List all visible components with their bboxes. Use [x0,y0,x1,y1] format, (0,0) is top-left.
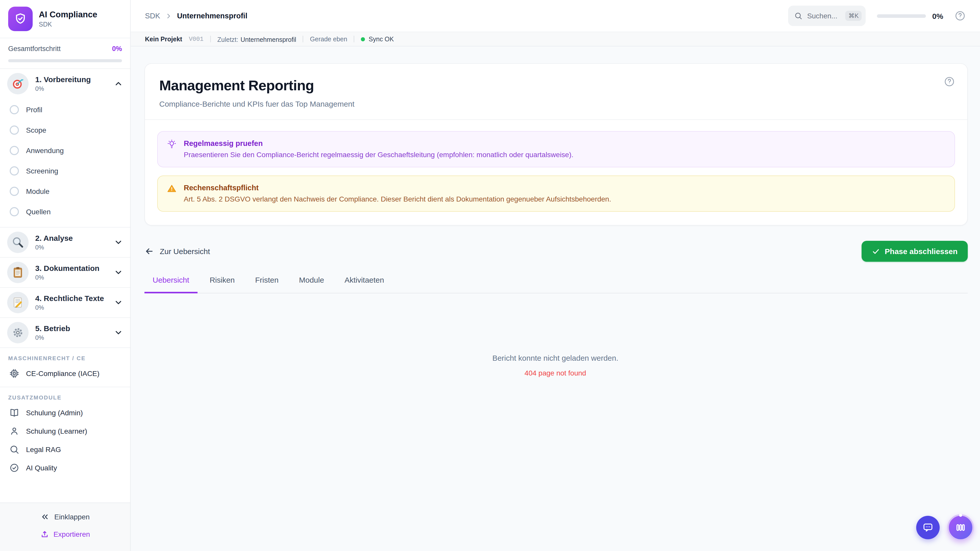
step-status-icon [10,105,19,114]
sidebar-phase-dokumentation[interactable]: 3. Dokumentation 0% [0,258,130,287]
keyboard-shortcut-badge: ⌘K [845,11,862,21]
app-header: AI Compliance SDK [0,0,130,38]
phase-label: 3. Dokumentation [35,264,107,273]
divider [210,36,211,42]
error-secondary-text: 404 page not found [130,369,980,377]
step-status-icon [10,166,19,176]
page-content: Management Reporting Compliance-Berichte… [130,46,980,551]
tab-bar: Uebersicht Risiken Fristen Module Aktivi… [145,275,968,293]
sidebar-item-ai-quality[interactable]: AI Quality [0,459,130,477]
sidebar-item-schulung-learner[interactable]: Schulung (Learner) [0,422,130,440]
phase-percent: 0% [35,85,107,92]
app-title: AI Compliance [39,10,97,20]
info-callout-body: Praesentieren Sie den Compliance-Bericht… [184,149,573,160]
help-icon[interactable] [955,10,966,21]
gear-icon [7,322,29,343]
status-bar: Kein Projekt V001 Zuletzt: Unternehmensp… [130,32,980,46]
last-edited-time: Gerade eben [310,35,347,43]
double-chevron-left-icon [41,512,50,521]
phase-label: 1. Vorbereitung [35,75,107,85]
user-icon [9,426,19,436]
app-window: AI Compliance SDK Gesamtfortschritt 0% [0,0,980,551]
sidebar-phase-rechtliche-texte[interactable]: 4. Rechtliche Texte 0% [0,288,130,318]
warning-callout: Rechenschaftspflicht Art. 5 Abs. 2 DSGVO… [157,176,955,212]
magnifier-icon [7,232,29,253]
collapse-sidebar-button[interactable]: Einklappen [41,508,90,526]
breadcrumb-sdk[interactable]: SDK [145,12,160,20]
step-status-icon [10,146,19,155]
upload-icon [40,530,49,538]
sidebar-phase-betrieb[interactable]: 5. Betrieb 0% [0,318,130,348]
search-input[interactable]: Suchen... ⌘K [788,6,866,26]
shield-check-logo-icon [8,6,33,31]
last-edited: Zuletzt: Unternehmensprofil [218,35,296,44]
back-to-overview-link[interactable]: Zur Uebersicht [145,246,210,256]
topbar-right: Suchen... ⌘K 0% [788,6,966,26]
tab-aktivitaeten[interactable]: Aktivitaeten [336,275,392,293]
floating-action-buttons [916,514,974,541]
sidebar-phase-analyse[interactable]: 2. Analyse 0% [0,227,130,257]
overall-progress-bar [8,59,122,62]
tab-risiken[interactable]: Risiken [201,275,243,293]
chevron-up-icon [114,79,123,88]
target-icon [7,73,29,94]
search-placeholder: Suchen... [807,12,841,20]
step-status-icon [10,187,19,196]
check-icon [872,247,880,256]
sync-ok-dot-icon [361,37,365,41]
tab-uebersicht[interactable]: Uebersicht [145,275,197,293]
sidebar-item-legal-rag[interactable]: Legal RAG [0,440,130,459]
warning-callout-title: Rechenschaftspflicht [184,183,611,193]
phase-label: 2. Analyse [35,233,107,243]
info-callout: Regelmaessig pruefen Praesentieren Sie d… [157,131,955,167]
phase-percent: 0% [35,244,107,251]
chip-icon [9,368,19,379]
sidebar-phase-vorbereitung[interactable]: 1. Vorbereitung 0% [0,69,130,98]
section-heading-maschinenrecht: MASCHINENRECHT / CE [0,348,130,364]
page-subtitle: Compliance-Berichte und KPIs fuer das To… [159,100,953,108]
sidebar-item-ce-compliance[interactable]: CE-Compliance (IACE) [0,364,130,383]
divider [354,36,355,42]
sidebar-item-schulung-admin[interactable]: Schulung (Admin) [0,403,130,422]
sidebar-item-screening[interactable]: Screening [0,161,130,181]
chevron-down-icon [114,298,123,307]
actions-row: Zur Uebersicht Phase abschliessen [145,241,968,262]
columns-panel-fab-button[interactable] [947,514,974,541]
chevron-right-icon [165,12,172,20]
phase-subitems: Profil Scope Anwendung Screening Module … [0,98,130,227]
breadcrumb: SDK Unternehmensprofil [145,12,247,20]
section-heading-zusatzmodule: ZUSATZMODULE [0,387,130,403]
main-area: SDK Unternehmensprofil Suchen... ⌘K 0% [130,0,980,551]
tab-module[interactable]: Module [291,275,332,293]
error-primary-text: Bericht konnte nicht geladen werden. [130,354,980,362]
breadcrumb-current: Unternehmensprofil [177,12,248,20]
tab-fristen[interactable]: Fristen [247,275,287,293]
divider [303,36,304,42]
chat-fab-button[interactable] [916,516,940,539]
topbar-progress-bar [877,14,926,17]
sidebar-item-profil[interactable]: Profil [0,100,130,120]
app-subtitle: SDK [39,21,97,28]
info-callout-title: Regelmaessig pruefen [184,138,573,149]
complete-phase-button[interactable]: Phase abschliessen [862,241,968,262]
sidebar-footer: Einklappen Exportieren [0,503,130,551]
chevron-down-icon [114,268,123,277]
sidebar-item-quellen[interactable]: Quellen [0,202,130,222]
warning-callout-body: Art. 5 Abs. 2 DSGVO verlangt den Nachwei… [184,194,611,205]
phase-label: 4. Rechtliche Texte [35,294,107,303]
overall-progress-value: 0% [112,45,122,52]
phase-percent: 0% [35,274,107,281]
phase-label: 5. Betrieb [35,324,107,333]
export-button[interactable]: Exportieren [40,526,90,543]
sidebar-item-anwendung[interactable]: Anwendung [0,140,130,161]
sidebar-item-scope[interactable]: Scope [0,120,130,140]
lightbulb-icon [167,139,177,160]
check-circle-icon [9,463,19,473]
topbar-progress-value: 0% [932,11,943,20]
warning-triangle-icon [167,184,177,205]
sidebar-item-module[interactable]: Module [0,181,130,202]
book-icon [9,408,19,418]
card-help-icon[interactable] [944,76,955,87]
error-message-block: Bericht konnte nicht geladen werden. 404… [130,354,980,377]
sync-status: Sync OK [361,35,394,43]
